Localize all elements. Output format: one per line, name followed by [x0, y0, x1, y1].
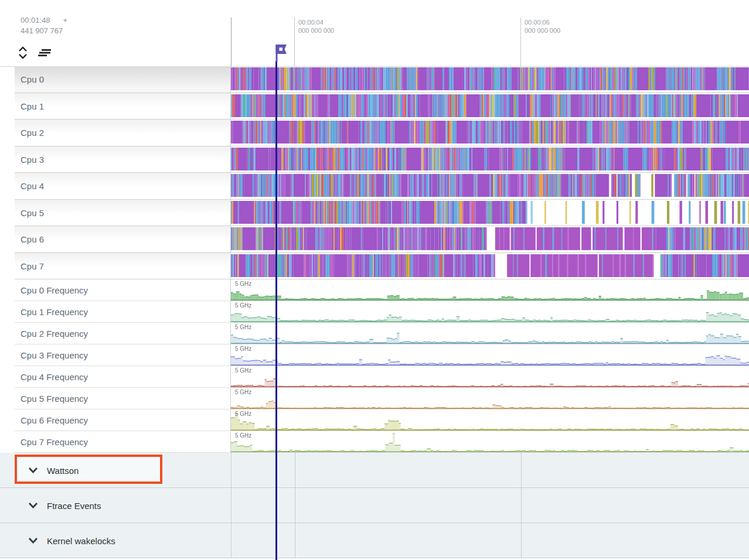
- cpu-frequency-track-canvas[interactable]: [231, 323, 749, 344]
- track-shell-cpu-7[interactable]: Cpu 7: [15, 253, 231, 280]
- track-shell-cpu-5-frequency[interactable]: Cpu 5 Frequency: [15, 388, 231, 409]
- track-shell-cpu-1[interactable]: Cpu 1: [15, 93, 231, 120]
- frequency-scale-label: 5 GHz: [235, 302, 251, 309]
- cpu-sched-track-canvas[interactable]: [231, 227, 749, 250]
- track-content: [231, 146, 749, 173]
- frequency-scale-label: 5 GHz: [235, 367, 251, 374]
- timeline-gridline: [295, 453, 295, 488]
- group-label: Wattson: [47, 466, 79, 476]
- track-label: Cpu 5: [21, 208, 44, 218]
- track-row-cpu-0: Cpu 0: [0, 66, 749, 93]
- time-ruler[interactable]: 00:00:04 000 000 000 00:00:06 000 000 00…: [0, 18, 749, 67]
- track-content: [231, 226, 749, 253]
- group-track-area: [231, 523, 749, 558]
- track-row-cpu-2: Cpu 2: [0, 119, 749, 146]
- track-list: Cpu 0 Cpu 1 Cpu 2 Cpu 3 Cpu 4 Cpu 5 Cpu …: [0, 66, 749, 558]
- cpu-frequency-track-canvas[interactable]: [231, 345, 749, 366]
- timeline-gridline: [295, 488, 295, 523]
- track-row-cpu-1: Cpu 1: [0, 93, 749, 120]
- track-shell-cpu-1-frequency[interactable]: Cpu 1 Frequency: [15, 301, 231, 323]
- track-shell-cpu-3-frequency[interactable]: Cpu 3 Frequency: [15, 344, 231, 366]
- track-label: Cpu 6 Frequency: [21, 415, 88, 425]
- group-header-ftrace-events[interactable]: Ftrace Events: [0, 500, 203, 511]
- cpu-frequency-track-canvas[interactable]: [231, 432, 749, 452]
- track-shell-cpu-0[interactable]: Cpu 0: [15, 66, 231, 93]
- track-content: 5 GHz: [231, 388, 749, 409]
- cpu-sched-track-canvas[interactable]: [231, 174, 749, 197]
- track-content: 5 GHz: [231, 431, 749, 453]
- track-shell-cpu-2-frequency[interactable]: Cpu 2 Frequency: [15, 323, 231, 344]
- timeline-gridline: [295, 523, 295, 558]
- track-shell-cpu-0-frequency[interactable]: Cpu 0 Frequency: [15, 279, 231, 301]
- track-row-cpu-7: Cpu 7: [0, 253, 749, 280]
- frequency-scale-label: 5 GHz: [235, 389, 251, 395]
- gridline-time-label: 00:00:06 000 000 000: [525, 18, 560, 35]
- track-shell-cpu-4[interactable]: Cpu 4: [15, 173, 231, 200]
- track-shell-cpu-6-frequency[interactable]: Cpu 6 Frequency: [15, 409, 231, 431]
- flag-icon[interactable]: [272, 42, 290, 63]
- track-label: Cpu 2 Frequency: [21, 329, 88, 339]
- track-panel-toolbar: [18, 46, 52, 59]
- track-content: [231, 119, 749, 146]
- cpu-sched-track-canvas[interactable]: [231, 254, 749, 277]
- group-track-area: [231, 488, 749, 523]
- track-row-cpu-6: Cpu 6: [0, 226, 749, 253]
- track-label: Cpu 7 Frequency: [21, 437, 88, 447]
- frequency-scale-label: 5 GHz: [235, 432, 251, 439]
- cpu-sched-track-canvas[interactable]: [231, 121, 749, 144]
- cpu-sched-track-canvas[interactable]: [231, 67, 749, 90]
- perfetto-timeline-view: 00:01:48 + 441 907 767: [0, 0, 749, 560]
- chevron-down-icon: [28, 501, 38, 510]
- track-label: Cpu 7: [21, 261, 44, 271]
- track-row-cpu-2-frequency: Cpu 2 Frequency 5 GHz: [0, 323, 749, 344]
- track-label: Cpu 5 Frequency: [21, 394, 88, 404]
- track-row-cpu-4: Cpu 4: [0, 173, 749, 200]
- frequency-scale-label: 5 GHz: [235, 346, 251, 352]
- trace-time-plus: +: [63, 15, 68, 26]
- track-row-cpu-1-frequency: Cpu 1 Frequency 5 GHz: [0, 301, 749, 323]
- cpu-sched-track-canvas[interactable]: [231, 201, 749, 224]
- track-shell-cpu-4-frequency[interactable]: Cpu 4 Frequency: [15, 366, 231, 388]
- chevron-down-icon: [28, 466, 38, 475]
- timeline-gridline: [521, 453, 522, 488]
- sort-tracks-button[interactable]: [37, 49, 52, 57]
- track-label: Cpu 1 Frequency: [21, 307, 88, 317]
- cpu-frequency-track-canvas[interactable]: [231, 280, 749, 301]
- track-label: Cpu 0: [21, 74, 44, 84]
- group-header-kernel-wakelocks[interactable]: Kernel wakelocks: [0, 535, 203, 547]
- track-shell-cpu-7-frequency[interactable]: Cpu 7 Frequency: [15, 431, 231, 453]
- group-row-ftrace-events: Ftrace Events: [0, 488, 749, 523]
- trace-time-header: 00:01:48 + 441 907 767: [21, 15, 67, 36]
- cpu-frequency-track-canvas[interactable]: [231, 410, 749, 431]
- cpu-sched-track-canvas[interactable]: [231, 94, 749, 117]
- track-content: 5 GHz: [231, 366, 749, 388]
- track-shell-cpu-3[interactable]: Cpu 3: [15, 146, 231, 173]
- timeline-gridline: [521, 523, 522, 558]
- track-shell-cpu-6[interactable]: Cpu 6: [15, 226, 231, 253]
- group-row-wattson: Wattson: [0, 453, 749, 488]
- track-shell-cpu-2[interactable]: Cpu 2: [15, 119, 231, 146]
- group-header-wattson[interactable]: Wattson: [0, 465, 203, 476]
- cpu-frequency-track-canvas[interactable]: [231, 302, 749, 322]
- track-shell-cpu-5[interactable]: Cpu 5: [15, 200, 231, 227]
- track-row-cpu-5: Cpu 5: [0, 200, 749, 227]
- track-content: [231, 93, 749, 120]
- group-row-kernel-wakelocks: Kernel wakelocks: [0, 523, 749, 558]
- expand-collapse-tracks-button[interactable]: [18, 46, 28, 59]
- frequency-scale-label: 5 GHz: [235, 411, 251, 417]
- track-row-cpu-6-frequency: Cpu 6 Frequency 5 GHz: [0, 409, 749, 431]
- trace-time-hms: 00:01:48: [21, 15, 50, 26]
- frequency-scale-label: 5 GHz: [235, 281, 251, 287]
- group-label: Kernel wakelocks: [47, 536, 115, 546]
- track-content: 5 GHz: [231, 323, 749, 344]
- cpu-frequency-track-canvas[interactable]: [231, 367, 749, 387]
- track-label: Cpu 1: [21, 101, 44, 111]
- cpu-sched-track-canvas[interactable]: [231, 148, 749, 170]
- track-content: [231, 200, 749, 227]
- cpu-frequency-track-canvas[interactable]: [231, 388, 749, 409]
- group-label: Ftrace Events: [47, 501, 101, 511]
- track-content: [231, 253, 749, 280]
- timeline-gridline: 00:00:06 000 000 000: [520, 18, 521, 66]
- track-content: 5 GHz: [231, 409, 749, 431]
- track-label: Cpu 3: [21, 155, 44, 165]
